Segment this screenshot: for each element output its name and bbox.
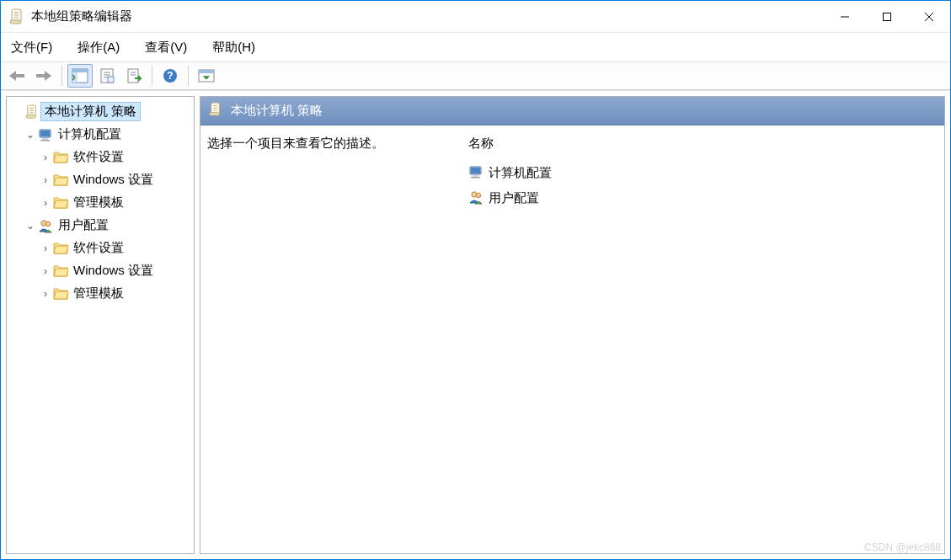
tree-admin-templates[interactable]: › 管理模板 bbox=[7, 282, 194, 305]
svg-text:?: ? bbox=[167, 70, 173, 82]
folder-icon bbox=[52, 173, 69, 188]
scroll-icon bbox=[24, 104, 40, 120]
item-label: 计算机配置 bbox=[489, 165, 552, 181]
tree-label: Windows 设置 bbox=[69, 261, 158, 280]
expand-twisty-icon[interactable]: › bbox=[39, 152, 52, 163]
user-icon bbox=[37, 218, 54, 233]
svg-rect-15 bbox=[15, 74, 24, 77]
tree-label: Windows 设置 bbox=[69, 170, 158, 189]
help-button[interactable]: ? bbox=[158, 64, 183, 88]
folder-icon bbox=[52, 264, 69, 279]
svg-rect-24 bbox=[108, 77, 114, 83]
expand-twisty-icon[interactable]: › bbox=[39, 243, 52, 254]
menu-help[interactable]: 帮助(H) bbox=[207, 36, 260, 59]
tree-software-settings[interactable]: › 软件设置 bbox=[7, 237, 194, 259]
expand-twisty-icon[interactable]: › bbox=[39, 197, 52, 209]
pc-icon bbox=[468, 164, 484, 182]
items-column: 名称 计算机配置 用户配置 bbox=[468, 136, 938, 543]
menu-file[interactable]: 文件(F) bbox=[6, 36, 57, 59]
nav-forward-button[interactable] bbox=[31, 64, 56, 88]
tree-label: 软件设置 bbox=[69, 238, 128, 258]
toolbar: ? bbox=[1, 61, 950, 90]
tree-pane[interactable]: 本地计算机 策略 ⌄ 计算机配置 › 软件设置 bbox=[6, 96, 195, 554]
tree-label: 用户配置 bbox=[54, 216, 113, 235]
column-header-name[interactable]: 名称 bbox=[468, 136, 938, 152]
folder-icon bbox=[52, 286, 69, 301]
properties-button[interactable] bbox=[94, 64, 120, 88]
description-text: 选择一个项目来查看它的描述。 bbox=[207, 136, 468, 543]
maximize-button[interactable] bbox=[866, 1, 908, 32]
title-bar: 本地组策略编辑器 bbox=[1, 1, 950, 33]
show-tree-button[interactable] bbox=[67, 64, 93, 88]
tree-label: 管理模板 bbox=[69, 193, 128, 212]
folder-icon bbox=[52, 241, 69, 256]
content-pane: 本地计算机 策略 选择一个项目来查看它的描述。 名称 计算机配置 用户配置 bbox=[200, 96, 945, 554]
svg-rect-12 bbox=[884, 13, 891, 20]
content-header: 本地计算机 策略 bbox=[200, 97, 944, 125]
svg-rect-16 bbox=[36, 74, 45, 77]
menu-bar: 文件(F) 操作(A) 查看(V) 帮助(H) bbox=[1, 33, 950, 61]
user-icon bbox=[468, 189, 484, 207]
collapse-twisty-icon[interactable]: ⌄ bbox=[24, 129, 37, 141]
tree-windows-settings[interactable]: › Windows 设置 bbox=[7, 259, 194, 282]
tree-admin-templates[interactable]: › 管理模板 bbox=[7, 191, 194, 214]
menu-action[interactable]: 操作(A) bbox=[72, 36, 125, 59]
window-title: 本地组策略编辑器 bbox=[31, 8, 132, 24]
tree-software-settings[interactable]: › 软件设置 bbox=[7, 146, 194, 168]
svg-rect-18 bbox=[72, 69, 88, 72]
scroll-icon bbox=[209, 101, 222, 120]
tree-label: 管理模板 bbox=[69, 284, 128, 303]
tree-root-label: 本地计算机 策略 bbox=[40, 102, 141, 121]
item-computer-config[interactable]: 计算机配置 bbox=[468, 160, 938, 185]
item-label: 用户配置 bbox=[489, 190, 539, 206]
expand-twisty-icon[interactable]: › bbox=[39, 288, 52, 300]
tree-computer-config[interactable]: ⌄ 计算机配置 bbox=[7, 123, 194, 146]
svg-rect-31 bbox=[199, 70, 214, 73]
app-icon bbox=[9, 8, 24, 26]
collapse-twisty-icon[interactable]: ⌄ bbox=[24, 220, 37, 232]
tree-root[interactable]: 本地计算机 策略 bbox=[7, 100, 194, 123]
tree-windows-settings[interactable]: › Windows 设置 bbox=[7, 168, 194, 191]
menu-view[interactable]: 查看(V) bbox=[140, 36, 192, 59]
tree-user-config[interactable]: ⌄ 用户配置 bbox=[7, 214, 194, 237]
item-user-config[interactable]: 用户配置 bbox=[468, 185, 938, 211]
nav-back-button[interactable] bbox=[4, 64, 29, 88]
tree-label: 计算机配置 bbox=[54, 125, 126, 144]
tree-label: 软件设置 bbox=[69, 147, 128, 167]
content-header-title: 本地计算机 策略 bbox=[231, 103, 323, 119]
export-button[interactable] bbox=[121, 64, 147, 88]
svg-rect-25 bbox=[128, 69, 138, 83]
toolbar-separator bbox=[188, 66, 189, 86]
toolbar-separator bbox=[61, 66, 62, 86]
expand-twisty-icon[interactable]: › bbox=[39, 265, 52, 277]
folder-icon bbox=[52, 150, 69, 165]
close-button[interactable] bbox=[908, 1, 950, 32]
minimize-button[interactable] bbox=[824, 1, 866, 32]
folder-icon bbox=[52, 195, 69, 211]
filter-button[interactable] bbox=[194, 64, 219, 88]
toolbar-separator bbox=[152, 66, 152, 86]
expand-twisty-icon[interactable]: › bbox=[39, 174, 52, 186]
pc-icon bbox=[37, 127, 54, 142]
